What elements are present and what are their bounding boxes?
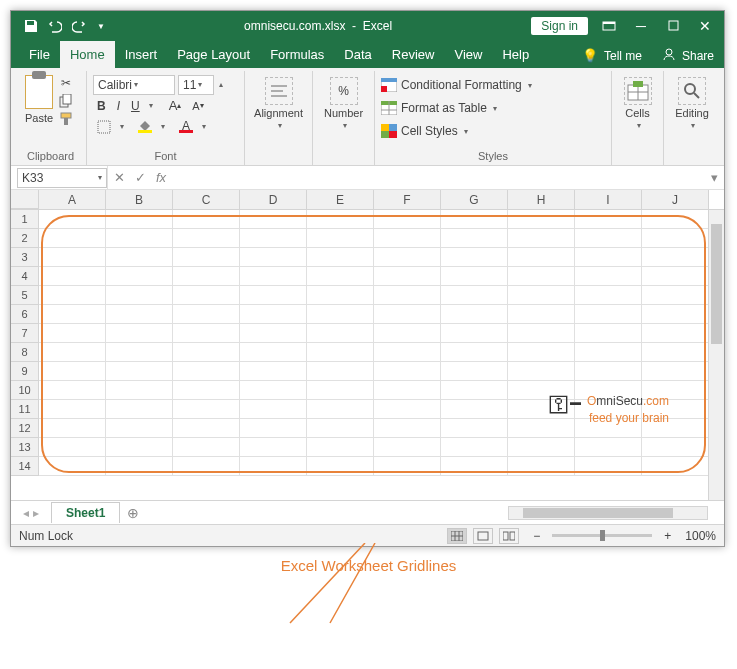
cell[interactable] bbox=[307, 229, 374, 248]
conditional-formatting-button[interactable]: Conditional Formatting▾ bbox=[381, 74, 605, 96]
save-icon[interactable] bbox=[23, 18, 39, 34]
italic-button[interactable]: I bbox=[113, 96, 124, 116]
row-header[interactable]: 12 bbox=[11, 419, 39, 438]
cell[interactable] bbox=[374, 457, 441, 476]
cells-button[interactable]: Cells ▾ bbox=[618, 73, 657, 134]
sheet-nav-icon[interactable]: ◂ ▸ bbox=[11, 506, 51, 520]
cell[interactable] bbox=[39, 229, 106, 248]
cell[interactable] bbox=[441, 286, 508, 305]
ribbon-display-icon[interactable] bbox=[602, 18, 616, 34]
cell[interactable] bbox=[39, 324, 106, 343]
cell[interactable] bbox=[441, 229, 508, 248]
row-header[interactable]: 14 bbox=[11, 457, 39, 476]
row-header[interactable]: 3 bbox=[11, 248, 39, 267]
cell[interactable] bbox=[642, 362, 709, 381]
new-sheet-button[interactable]: ⊕ bbox=[120, 505, 146, 521]
column-header[interactable]: E bbox=[307, 190, 374, 209]
cell[interactable] bbox=[575, 305, 642, 324]
cell[interactable] bbox=[307, 267, 374, 286]
maximize-icon[interactable] bbox=[666, 18, 680, 34]
cell[interactable] bbox=[508, 457, 575, 476]
tab-insert[interactable]: Insert bbox=[115, 41, 168, 68]
cell[interactable] bbox=[240, 305, 307, 324]
copy-icon[interactable] bbox=[57, 93, 75, 109]
cell[interactable] bbox=[240, 400, 307, 419]
cell[interactable] bbox=[173, 229, 240, 248]
cell[interactable] bbox=[441, 343, 508, 362]
cell[interactable] bbox=[441, 438, 508, 457]
cell[interactable] bbox=[508, 400, 575, 419]
cell[interactable] bbox=[575, 438, 642, 457]
cell[interactable] bbox=[575, 229, 642, 248]
cell[interactable] bbox=[508, 210, 575, 229]
cell[interactable] bbox=[441, 419, 508, 438]
cell[interactable] bbox=[374, 267, 441, 286]
cell[interactable] bbox=[642, 438, 709, 457]
increase-font-icon[interactable]: A▴ bbox=[165, 96, 186, 116]
cell[interactable] bbox=[642, 210, 709, 229]
formula-input[interactable] bbox=[176, 171, 699, 185]
paste-icon[interactable] bbox=[25, 75, 53, 109]
cell[interactable] bbox=[173, 324, 240, 343]
cell[interactable] bbox=[173, 210, 240, 229]
cell[interactable] bbox=[508, 419, 575, 438]
cell[interactable] bbox=[240, 343, 307, 362]
cell[interactable] bbox=[642, 248, 709, 267]
cell[interactable] bbox=[173, 286, 240, 305]
tab-review[interactable]: Review bbox=[382, 41, 445, 68]
cell[interactable] bbox=[374, 286, 441, 305]
cell[interactable] bbox=[307, 324, 374, 343]
cell[interactable] bbox=[173, 248, 240, 267]
row-header[interactable]: 9 bbox=[11, 362, 39, 381]
share-icon[interactable] bbox=[662, 47, 676, 64]
column-header[interactable]: C bbox=[173, 190, 240, 209]
alignment-button[interactable]: Alignment ▾ bbox=[251, 73, 306, 134]
cell[interactable] bbox=[106, 267, 173, 286]
cell[interactable] bbox=[374, 400, 441, 419]
row-header[interactable]: 8 bbox=[11, 343, 39, 362]
cell[interactable] bbox=[642, 305, 709, 324]
row-header[interactable]: 5 bbox=[11, 286, 39, 305]
borders-icon[interactable] bbox=[93, 117, 115, 137]
cell[interactable] bbox=[642, 419, 709, 438]
row-header[interactable]: 4 bbox=[11, 267, 39, 286]
cell[interactable] bbox=[508, 286, 575, 305]
tellme-label[interactable]: Tell me bbox=[604, 49, 642, 63]
tab-file[interactable]: File bbox=[19, 41, 60, 68]
cell[interactable] bbox=[575, 419, 642, 438]
page-layout-view-icon[interactable] bbox=[473, 528, 493, 544]
cell[interactable] bbox=[106, 362, 173, 381]
cell[interactable] bbox=[240, 457, 307, 476]
cell[interactable] bbox=[508, 381, 575, 400]
row-header[interactable]: 10 bbox=[11, 381, 39, 400]
cell[interactable] bbox=[575, 381, 642, 400]
cell[interactable] bbox=[642, 457, 709, 476]
cell[interactable] bbox=[39, 438, 106, 457]
cell[interactable] bbox=[441, 362, 508, 381]
cell[interactable] bbox=[508, 305, 575, 324]
cell[interactable] bbox=[374, 419, 441, 438]
name-box[interactable]: K33▾ bbox=[17, 168, 107, 188]
cell[interactable] bbox=[374, 248, 441, 267]
fill-color-icon[interactable] bbox=[134, 117, 156, 137]
cell[interactable] bbox=[441, 381, 508, 400]
cell[interactable] bbox=[106, 210, 173, 229]
minimize-icon[interactable]: ─ bbox=[634, 18, 648, 34]
bold-button[interactable]: B bbox=[93, 96, 110, 116]
cell[interactable] bbox=[374, 362, 441, 381]
cell[interactable] bbox=[173, 438, 240, 457]
underline-button[interactable]: U bbox=[127, 96, 144, 116]
cell[interactable] bbox=[307, 381, 374, 400]
cell[interactable] bbox=[240, 267, 307, 286]
qat-dropdown-icon[interactable]: ▼ bbox=[97, 22, 105, 31]
cell[interactable] bbox=[106, 248, 173, 267]
cell[interactable] bbox=[508, 267, 575, 286]
editing-button[interactable]: Editing ▾ bbox=[670, 73, 714, 134]
font-name-combo[interactable]: Calibri▾ bbox=[93, 75, 175, 95]
paste-label[interactable]: Paste bbox=[21, 112, 57, 124]
cell[interactable] bbox=[39, 381, 106, 400]
cell[interactable] bbox=[642, 324, 709, 343]
cell[interactable] bbox=[642, 267, 709, 286]
cell[interactable] bbox=[508, 438, 575, 457]
number-button[interactable]: % Number ▾ bbox=[319, 73, 368, 134]
